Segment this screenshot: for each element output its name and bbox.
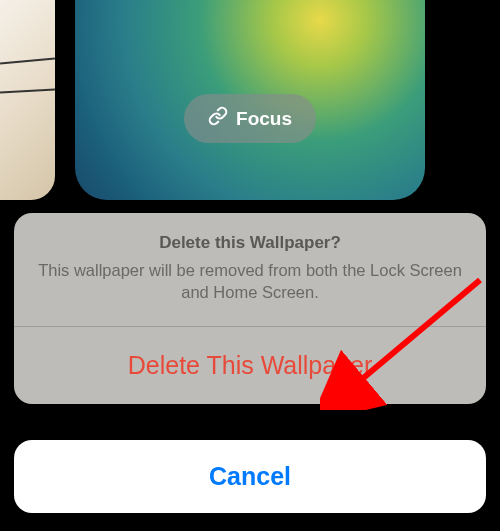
action-sheet: Delete this Wallpaper? This wallpaper wi… xyxy=(14,213,486,404)
cancel-button[interactable]: Cancel xyxy=(14,440,486,513)
focus-button[interactable]: Focus xyxy=(184,94,316,143)
focus-label: Focus xyxy=(236,108,292,130)
wallpaper-preview-left[interactable] xyxy=(0,0,55,200)
link-icon xyxy=(208,106,228,131)
delete-wallpaper-button[interactable]: Delete This Wallpaper xyxy=(14,327,486,404)
action-sheet-header: Delete this Wallpaper? This wallpaper wi… xyxy=(14,213,486,327)
action-sheet-title: Delete this Wallpaper? xyxy=(38,233,462,253)
wallpaper-preview-main[interactable]: Focus xyxy=(75,0,425,200)
action-sheet-message: This wallpaper will be removed from both… xyxy=(38,259,462,304)
